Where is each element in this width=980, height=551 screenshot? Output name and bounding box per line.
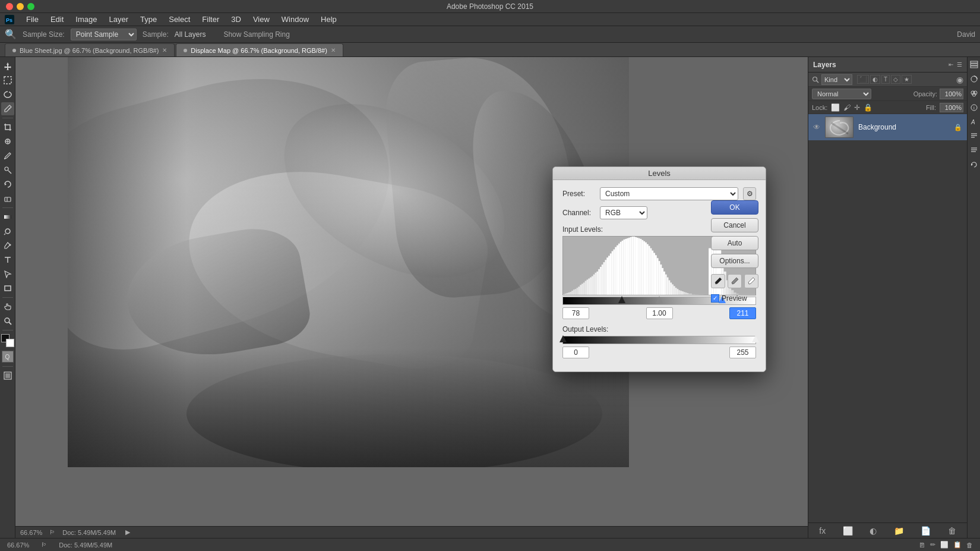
add-adjustment-btn[interactable]: ◐ bbox=[870, 526, 877, 536]
menu-help[interactable]: Help bbox=[316, 14, 342, 25]
ok-button[interactable]: OK bbox=[711, 200, 758, 215]
eyedropper-tool[interactable] bbox=[1, 102, 14, 115]
zoom-tool[interactable] bbox=[1, 314, 14, 328]
tab-displace-map[interactable]: Displace Map @ 66.7% (Background, RGB/8#… bbox=[176, 43, 343, 56]
dodge-tool[interactable] bbox=[1, 225, 14, 238]
output-slider[interactable] bbox=[562, 336, 756, 344]
black-point-thumb[interactable] bbox=[618, 296, 625, 303]
gradient-tool[interactable] bbox=[1, 210, 14, 223]
kind-filter-select[interactable]: Kind Name Effect bbox=[821, 74, 852, 85]
pen-tool[interactable] bbox=[1, 239, 14, 252]
filter-toggle[interactable]: ◉ bbox=[956, 75, 963, 84]
menu-window[interactable]: Window bbox=[277, 14, 314, 25]
status-icon-1[interactable]: 🖹 bbox=[919, 541, 925, 549]
tab-blue-sheet[interactable]: Blue Sheet.jpg @ 66.7% (Background, RGB/… bbox=[5, 43, 175, 56]
char-panel-icon[interactable]: A bbox=[969, 117, 979, 127]
layers-panel-icon[interactable] bbox=[969, 59, 979, 70]
output-white-input[interactable] bbox=[729, 347, 756, 358]
close-button[interactable] bbox=[6, 3, 13, 10]
hand-tool[interactable] bbox=[1, 300, 14, 313]
preset-select[interactable]: Custom Default Increase Contrast 1 Incre… bbox=[600, 187, 738, 200]
heal-tool[interactable] bbox=[1, 135, 14, 148]
menu-type[interactable]: Type bbox=[135, 14, 162, 25]
filter-smart-icon[interactable]: ★ bbox=[902, 75, 912, 84]
screen-mode-btn[interactable] bbox=[1, 369, 14, 382]
lock-image-btn[interactable]: 🖌 bbox=[843, 103, 851, 112]
lasso-tool[interactable] bbox=[1, 88, 14, 101]
layer-visibility-toggle[interactable]: 👁 bbox=[813, 123, 820, 131]
lock-transparent-btn[interactable]: ⬜ bbox=[831, 103, 840, 112]
preview-checkbox[interactable]: ✓ bbox=[711, 294, 719, 303]
panel-expand-icon[interactable]: ⇤ bbox=[949, 61, 953, 68]
tab-close-icon[interactable]: ✕ bbox=[162, 47, 167, 53]
delete-layer-btn[interactable]: 🗑 bbox=[948, 526, 956, 536]
black-point-input[interactable] bbox=[562, 307, 589, 319]
clone-tool[interactable] bbox=[1, 163, 14, 177]
text-tool[interactable] bbox=[1, 253, 14, 266]
quick-mask-btn[interactable]: Q bbox=[2, 351, 14, 363]
status-icon-2[interactable]: ✏ bbox=[930, 541, 935, 549]
menu-filter[interactable]: Filter bbox=[197, 14, 224, 25]
menu-image[interactable]: Image bbox=[71, 14, 102, 25]
sample-size-select[interactable]: Point Sample 3 by 3 Average 5 by 5 Avera… bbox=[71, 29, 137, 40]
preset-gear-button[interactable]: ⚙ bbox=[743, 187, 756, 200]
add-mask-btn[interactable]: ⬜ bbox=[843, 526, 853, 536]
output-black-input[interactable] bbox=[562, 347, 589, 358]
crop-tool[interactable] bbox=[1, 121, 14, 134]
status-icon-5[interactable]: 🗑 bbox=[966, 541, 973, 549]
new-layer-btn[interactable]: 📄 bbox=[921, 526, 931, 536]
fill-input[interactable] bbox=[940, 103, 963, 112]
color-swatch[interactable] bbox=[1, 334, 14, 347]
menu-select[interactable]: Select bbox=[164, 14, 195, 25]
history-brush-tool[interactable] bbox=[1, 178, 14, 191]
filter-type-icon[interactable]: T bbox=[881, 75, 890, 84]
panel-menu-icon[interactable]: ☰ bbox=[957, 61, 962, 68]
add-style-btn[interactable]: fx bbox=[819, 526, 826, 536]
gamma-input[interactable] bbox=[646, 307, 673, 319]
filter-shape-icon[interactable]: ◇ bbox=[891, 75, 900, 84]
path-selection-tool[interactable] bbox=[1, 267, 14, 281]
midpoint-thumb[interactable] bbox=[656, 296, 663, 303]
white-eyedropper-btn[interactable] bbox=[744, 274, 758, 288]
window-title: Adobe Photoshop CC 2015 bbox=[447, 2, 533, 11]
tab-close-icon[interactable]: ✕ bbox=[331, 47, 336, 53]
maximize-button[interactable] bbox=[27, 3, 34, 10]
minimize-button[interactable] bbox=[17, 3, 24, 10]
menu-layer[interactable]: Layer bbox=[105, 14, 134, 25]
menu-view[interactable]: View bbox=[248, 14, 274, 25]
auto-button[interactable]: Auto bbox=[711, 236, 758, 250]
white-point-input[interactable] bbox=[729, 307, 756, 319]
add-group-btn[interactable]: 📁 bbox=[894, 526, 904, 536]
cancel-button[interactable]: Cancel bbox=[711, 218, 758, 232]
gray-eyedropper-btn[interactable] bbox=[728, 274, 742, 288]
black-eyedropper-btn[interactable] bbox=[711, 274, 725, 288]
svg-rect-107 bbox=[674, 286, 675, 295]
opacity-input[interactable] bbox=[940, 89, 963, 99]
info-panel-icon[interactable]: i bbox=[969, 102, 979, 113]
channel-select[interactable]: RGB Red Green Blue bbox=[600, 206, 647, 219]
history-panel-icon[interactable] bbox=[969, 159, 979, 170]
status-icon-3[interactable]: ⬜ bbox=[940, 541, 949, 549]
lock-all-btn[interactable]: 🔒 bbox=[864, 103, 872, 112]
blend-mode-select[interactable]: Normal Multiply Screen bbox=[812, 89, 871, 99]
menu-edit[interactable]: Edit bbox=[46, 14, 68, 25]
filter-pixel-icon[interactable]: ⬛ bbox=[857, 75, 869, 84]
menu-file[interactable]: File bbox=[21, 14, 43, 25]
rectangle-tool[interactable] bbox=[1, 282, 14, 295]
options-button[interactable]: Options... bbox=[711, 254, 758, 268]
filter-adjust-icon[interactable]: ◐ bbox=[870, 75, 880, 84]
para-panel-icon[interactable] bbox=[969, 131, 979, 141]
status-icon-4[interactable]: 📋 bbox=[953, 541, 962, 549]
output-white-thumb[interactable] bbox=[752, 335, 759, 342]
marquee-tool[interactable] bbox=[1, 74, 14, 87]
para2-panel-icon[interactable] bbox=[969, 145, 979, 156]
eraser-tool[interactable] bbox=[1, 192, 14, 205]
output-black-thumb[interactable] bbox=[559, 335, 567, 342]
menu-3d[interactable]: 3D bbox=[226, 14, 246, 25]
brush-tool[interactable] bbox=[1, 149, 14, 162]
lock-position-btn[interactable]: ✛ bbox=[854, 103, 860, 112]
color-panel-icon[interactable] bbox=[969, 88, 979, 99]
move-tool[interactable] bbox=[1, 59, 14, 73]
adjustments-panel-icon[interactable] bbox=[969, 74, 979, 84]
layer-row[interactable]: 👁 Background 🔒 bbox=[808, 114, 967, 140]
